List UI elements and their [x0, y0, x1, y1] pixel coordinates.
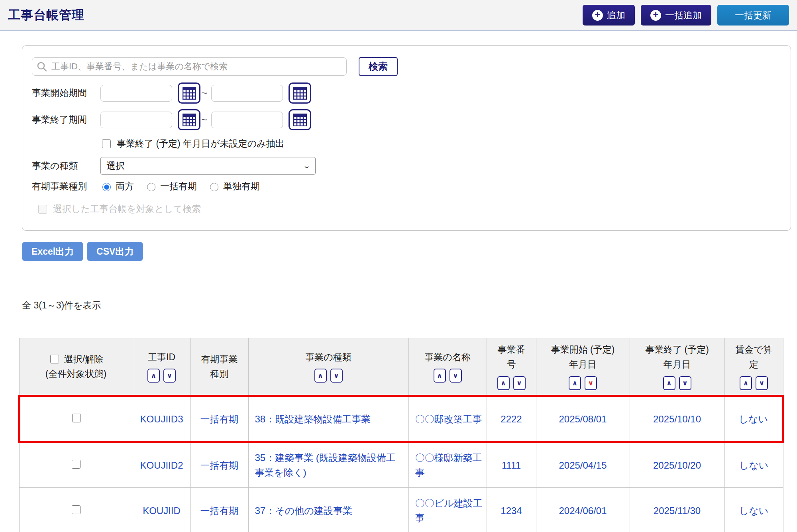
keyword-search-input[interactable] — [32, 57, 347, 76]
top-header-bar: 工事台帳管理 追加 一括追加 一括更新 — [0, 0, 797, 31]
business-name-cell: 〇〇邸改築工事 — [408, 396, 487, 442]
fixed-term-type-cell: 一括有期 — [190, 396, 248, 442]
sort-desc-button-active[interactable] — [585, 376, 597, 390]
bulk-update-button[interactable]: 一括更新 — [717, 5, 789, 26]
wage-calc-cell: しない — [724, 442, 783, 488]
radio-option-tandoku[interactable]: 単独有期 — [208, 180, 260, 192]
business-type-select[interactable]: 選択 ⌄ — [100, 157, 316, 175]
start-period-to-input[interactable] — [211, 85, 283, 102]
calendar-icon — [183, 87, 196, 100]
sort-desc-button[interactable] — [163, 369, 176, 383]
end-date-cell: 2025/10/10 — [630, 396, 724, 442]
sort-asc-button[interactable] — [740, 376, 752, 390]
col-header-business-type: 事業の種類 — [248, 338, 408, 396]
fixed-term-label: 有期事業種別 — [32, 180, 100, 192]
sort-desc-button[interactable] — [756, 376, 768, 390]
end-period-row: 事業終了期間 ~ — [32, 109, 781, 130]
radio-ikkatsu[interactable] — [147, 183, 155, 191]
range-separator: ~ — [201, 87, 207, 99]
koji-ledger-table: 選択/解除 (全件対象状態) 工事ID 有期事業 種別 — [18, 338, 784, 532]
row-checkbox[interactable] — [72, 460, 80, 469]
start-period-from-input[interactable] — [100, 85, 172, 102]
sort-asc-button[interactable] — [314, 369, 327, 383]
sort-asc-button[interactable] — [497, 376, 510, 390]
col-header-koji-id: 工事ID — [133, 338, 190, 396]
calendar-icon-button[interactable] — [178, 82, 200, 104]
sort-asc-button[interactable] — [569, 376, 581, 390]
unset-only-checkbox[interactable] — [102, 139, 111, 148]
search-button[interactable]: 検索 — [359, 57, 398, 76]
fixed-term-type-cell: 一括有期 — [190, 488, 248, 532]
select-all-checkbox[interactable] — [50, 355, 59, 363]
results-summary: 全 3(1～3)件を表示 — [22, 299, 797, 312]
koji-id-link[interactable]: KOUJIID — [133, 488, 190, 532]
sort-asc-button[interactable] — [434, 369, 446, 383]
calendar-icon-button[interactable] — [289, 82, 311, 104]
plus-circle-icon — [592, 10, 603, 21]
col-header-select-all: 選択/解除 (全件対象状態) — [19, 338, 133, 396]
bulk-update-button-label: 一括更新 — [735, 10, 771, 20]
radio-option-ikkatsu[interactable]: 一括有期 — [145, 180, 197, 192]
business-name-cell: 〇〇様邸新築工事 — [408, 442, 487, 488]
unset-only-checkbox-label: 事業終了 (予定) 年月日が未設定のみ抽出 — [117, 137, 285, 150]
start-period-label: 事業開始期間 — [32, 87, 100, 99]
sort-asc-button[interactable] — [663, 376, 675, 390]
end-date-cell: 2025/10/20 — [630, 442, 724, 488]
row-checkbox[interactable] — [72, 505, 80, 514]
unset-only-row: 事業終了 (予定) 年月日が未設定のみ抽出 — [100, 137, 781, 150]
range-separator: ~ — [201, 114, 207, 126]
start-period-row: 事業開始期間 ~ — [32, 82, 781, 104]
table-row-highlighted[interactable]: KOUJIID3 一括有期 38：既設建築物設備工事業 〇〇邸改築工事 2222… — [19, 396, 783, 442]
table-row[interactable]: KOUJIID2 一括有期 35：建築事業 (既設建築物設備工事業を除く) 〇〇… — [19, 442, 783, 488]
bulk-add-button-label: 一括追加 — [665, 9, 702, 22]
table-row[interactable]: KOUJIID 一括有期 37：その他の建設事業 〇〇ビル建設工事 1234 2… — [19, 488, 783, 532]
export-actions: Excel出力 CSV出力 — [22, 242, 797, 261]
business-type-cell: 37：その他の建設事業 — [248, 488, 408, 532]
col-header-business-name: 事業の名称 — [408, 338, 487, 396]
excel-export-button[interactable]: Excel出力 — [22, 242, 83, 261]
start-date-cell: 2025/08/01 — [536, 396, 630, 442]
sort-desc-button[interactable] — [450, 369, 462, 383]
header-actions: 追加 一括追加 一括更新 — [583, 5, 789, 26]
plus-circle-icon — [650, 10, 661, 21]
chevron-down-icon: ⌄ — [302, 161, 311, 170]
radio-tandoku[interactable] — [210, 183, 218, 191]
search-panel: 検索 事業開始期間 ~ 事業終了期間 ~ 事業終了 (予定) 年月日が未設定のみ… — [22, 45, 791, 231]
business-type-cell: 38：既設建築物設備工事業 — [248, 396, 408, 442]
business-type-selected-value: 選択 — [106, 160, 125, 172]
end-date-cell: 2025/11/30 — [630, 488, 724, 532]
radio-option-both[interactable]: 両方 — [100, 180, 134, 192]
koji-id-link[interactable]: KOUJIID3 — [133, 396, 190, 442]
add-button[interactable]: 追加 — [583, 5, 635, 26]
business-type-row: 事業の種類 選択 ⌄ — [32, 157, 781, 175]
radio-both[interactable] — [102, 183, 111, 191]
fixed-term-type-cell: 一括有期 — [190, 442, 248, 488]
selected-only-row: 選択した工事台帳を対象として検索 — [37, 203, 781, 215]
business-number-cell: 1234 — [487, 488, 536, 532]
sort-desc-button[interactable] — [679, 376, 691, 390]
end-period-to-input[interactable] — [211, 112, 283, 128]
sort-desc-button[interactable] — [513, 376, 526, 390]
bulk-add-button[interactable]: 一括追加 — [641, 5, 711, 26]
col-header-wage-calc: 賃金で算 定 — [724, 338, 783, 396]
add-button-label: 追加 — [607, 9, 625, 22]
start-date-cell: 2025/04/15 — [536, 442, 630, 488]
business-name-cell: 〇〇ビル建設工事 — [408, 488, 487, 532]
end-period-from-input[interactable] — [100, 112, 172, 128]
keyword-search-box — [32, 57, 347, 76]
calendar-icon-button[interactable] — [178, 109, 200, 130]
col-header-fixed-term-type: 有期事業 種別 — [190, 338, 248, 396]
calendar-icon-button[interactable] — [289, 109, 311, 130]
business-type-label: 事業の種類 — [32, 160, 100, 172]
row-checkbox[interactable] — [72, 414, 81, 422]
business-type-cell: 35：建築事業 (既設建築物設備工事業を除く) — [248, 442, 408, 488]
sort-desc-button[interactable] — [330, 369, 343, 383]
calendar-icon — [293, 114, 307, 126]
koji-id-link[interactable]: KOUJIID2 — [133, 442, 190, 488]
search-icon — [37, 61, 47, 72]
sort-asc-button[interactable] — [147, 369, 160, 383]
table-header-row: 選択/解除 (全件対象状態) 工事ID 有期事業 種別 — [19, 338, 783, 396]
end-period-label: 事業終了期間 — [32, 114, 100, 126]
start-date-cell: 2024/06/01 — [536, 488, 630, 532]
csv-export-button[interactable]: CSV出力 — [87, 242, 143, 261]
